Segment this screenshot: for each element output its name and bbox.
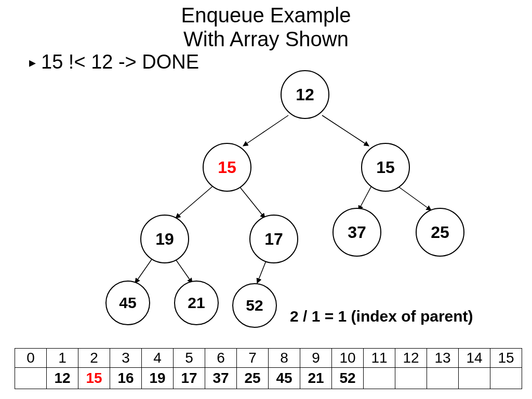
bullet-line: ▸ 15 !< 12 -> DONE bbox=[29, 51, 199, 73]
array-value-cell bbox=[459, 368, 490, 389]
node-label: 19 bbox=[155, 230, 174, 249]
array-index-cell: 1 bbox=[47, 349, 78, 368]
array-index-cell: 0 bbox=[15, 349, 47, 368]
svg-line-1 bbox=[322, 115, 369, 146]
caption-text: 2 / 1 = 1 (index of parent) bbox=[290, 308, 473, 325]
array-value-cell: 25 bbox=[237, 368, 269, 389]
array-index-cell: 5 bbox=[174, 349, 205, 368]
slide-title: Enqueue Example With Array Shown bbox=[0, 3, 532, 51]
array-value-cell bbox=[364, 368, 395, 389]
node-label: 12 bbox=[296, 85, 314, 104]
array-value-cell: 37 bbox=[205, 368, 237, 389]
array-index-cell: 8 bbox=[269, 349, 300, 368]
array-index-cell: 12 bbox=[395, 349, 427, 368]
node-label: 21 bbox=[188, 294, 205, 312]
array-index-cell: 4 bbox=[142, 349, 174, 368]
svg-line-7 bbox=[174, 257, 192, 283]
svg-line-5 bbox=[397, 186, 431, 210]
array-index-cell: 2 bbox=[78, 349, 110, 368]
array-value-cell bbox=[427, 368, 459, 389]
node-label: 45 bbox=[119, 294, 136, 312]
array-table: 0123456789101112131415 12151619173725452… bbox=[15, 348, 522, 389]
svg-line-0 bbox=[243, 115, 288, 146]
array-index-cell: 13 bbox=[427, 349, 459, 368]
tree-node-lvl3-d: 25 bbox=[416, 208, 464, 257]
svg-line-6 bbox=[135, 257, 153, 283]
array-index-cell: 3 bbox=[110, 349, 142, 368]
title-line-1: Enqueue Example bbox=[181, 4, 351, 26]
array-value-cell bbox=[395, 368, 427, 389]
array-index-cell: 10 bbox=[332, 349, 364, 368]
node-label: 15 bbox=[376, 158, 395, 177]
array-index-cell: 15 bbox=[490, 349, 522, 368]
tree-node-lvl3-a: 19 bbox=[140, 215, 189, 263]
array-index-cell: 11 bbox=[364, 349, 395, 368]
title-line-2: With Array Shown bbox=[183, 28, 349, 50]
array-value-cell bbox=[15, 368, 47, 389]
array-index-cell: 7 bbox=[237, 349, 269, 368]
node-label: 37 bbox=[348, 223, 366, 242]
bullet-icon: ▸ bbox=[29, 56, 36, 69]
svg-line-3 bbox=[239, 186, 265, 218]
bullet-text: 15 !< 12 -> DONE bbox=[41, 51, 199, 73]
node-label: 17 bbox=[264, 230, 283, 249]
node-label: 15 bbox=[218, 158, 236, 177]
tree-node-lvl2-left: 15 bbox=[203, 143, 251, 192]
node-label: 25 bbox=[431, 223, 449, 242]
array-value-cell: 21 bbox=[300, 368, 332, 389]
tree-node-lvl4-b: 21 bbox=[174, 281, 219, 325]
array-value-row: 12151619173725452152 bbox=[15, 368, 522, 389]
array-value-cell: 45 bbox=[269, 368, 300, 389]
array-value-cell bbox=[490, 368, 522, 389]
tree-node-lvl4-c: 52 bbox=[232, 283, 277, 328]
array-index-cell: 14 bbox=[459, 349, 490, 368]
tree-node-lvl2-right: 15 bbox=[361, 143, 410, 192]
array-value-cell: 17 bbox=[174, 368, 205, 389]
node-label: 52 bbox=[246, 297, 263, 314]
array-index-row: 0123456789101112131415 bbox=[15, 349, 522, 368]
tree-node-root: 12 bbox=[281, 70, 329, 119]
svg-line-2 bbox=[176, 186, 213, 218]
tree-node-lvl4-a: 45 bbox=[105, 281, 150, 325]
array-value-cell: 19 bbox=[142, 368, 174, 389]
array-index-cell: 6 bbox=[205, 349, 237, 368]
svg-line-4 bbox=[358, 186, 371, 210]
tree-node-lvl3-b: 17 bbox=[249, 215, 298, 263]
array-value-cell: 12 bbox=[47, 368, 78, 389]
array-value-cell: 15 bbox=[78, 368, 110, 389]
array-index-cell: 9 bbox=[300, 349, 332, 368]
tree-node-lvl3-c: 37 bbox=[332, 208, 381, 257]
slide-stage: Enqueue Example With Array Shown ▸ 15 !<… bbox=[0, 0, 532, 399]
array-value-cell: 52 bbox=[332, 368, 364, 389]
array-value-cell: 16 bbox=[110, 368, 142, 389]
